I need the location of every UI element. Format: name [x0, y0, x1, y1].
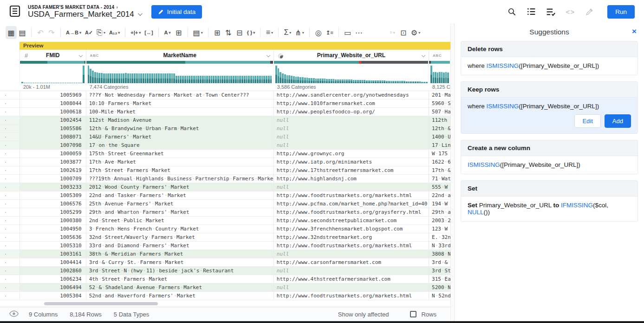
cell-marketname[interactable]: 33rd·and·Diamond·Farmers'·Market: [86, 242, 273, 250]
histogram-bar[interactable]: [239, 76, 241, 83]
cell-fmid[interactable]: 1000380: [20, 217, 86, 224]
histogram-bar[interactable]: [116, 73, 118, 83]
histogram-bar[interactable]: [268, 76, 270, 83]
comment-icon[interactable]: ▭: [342, 26, 353, 39]
histogram-bar[interactable]: [97, 73, 98, 83]
histogram-bar[interactable]: [311, 78, 312, 83]
table-row[interactable]: 1005969???Y·Not·Wednesday·Farmers·Market…: [0, 91, 450, 99]
histogram-bar[interactable]: [237, 76, 239, 83]
cell-street[interactable]: 201·Ma: [429, 91, 450, 99]
histogram-bar[interactable]: [114, 73, 116, 83]
replace-values-icon[interactable]: A→B▾: [64, 26, 83, 39]
cell-marketname[interactable]: 4th·Street·Farmers·Market: [86, 275, 273, 283]
split-column-icon[interactable]: +|+▾: [129, 26, 143, 39]
cell-marketname[interactable]: 25th·Avenue·Farmers'·Market: [86, 200, 273, 208]
histogram-bar[interactable]: [313, 78, 315, 83]
cell-marketname[interactable]: ???19th·Annual·Highlands·Business·Partne…: [86, 175, 273, 183]
table-row[interactable]: 10003802nd·Street·Public·Markethttp://ww…: [0, 217, 450, 225]
cell-marketname[interactable]: 29th·and·Wharton·Farmers'·Market: [86, 208, 273, 216]
cell-url[interactable]: http://www.sandlercenter.org/ynotwednesd…: [273, 91, 429, 99]
histogram-bar[interactable]: [357, 80, 359, 83]
cell-marketname[interactable]: 12th·&·Brandywine·Urban·Farm·Market: [86, 125, 273, 132]
histogram-col4[interactable]: [429, 64, 450, 83]
cell-street[interactable]: 3808·N: [429, 250, 450, 258]
table-row[interactable]: 100529929th·and·Wharton·Farmers'·Marketh…: [0, 208, 450, 217]
table-row[interactable]: 100316138th·&·Meridian·Farmers·Marketnul…: [0, 250, 450, 258]
cell-marketname[interactable]: 2nd·Street·Public·Market: [86, 217, 273, 224]
histogram-bar[interactable]: [308, 78, 310, 83]
histogram-bar[interactable]: [94, 72, 96, 83]
histogram-bar[interactable]: [169, 73, 171, 83]
cell-url[interactable]: http://www.carsonfarmersmarket.com: [273, 258, 429, 266]
histogram-bar[interactable]: [92, 71, 94, 83]
histogram-bar[interactable]: [353, 80, 355, 83]
histogram-bar[interactable]: [244, 76, 246, 83]
histogram-bar[interactable]: [443, 73, 445, 83]
cell-street[interactable]: 29th·a: [429, 208, 450, 216]
histogram-bar[interactable]: [348, 79, 350, 83]
histogram-bar[interactable]: [118, 73, 120, 83]
column-header-col4[interactable]: ABC: [429, 50, 450, 61]
cell-url[interactable]: http://www.foodtrustmarkets.org/markets.…: [273, 191, 429, 199]
histogram-bar[interactable]: [253, 76, 254, 83]
histogram-bar[interactable]: [130, 73, 131, 83]
cell-marketname[interactable]: 3·French·Hens·French·Country·Market: [86, 225, 273, 233]
histogram-bar[interactable]: [259, 76, 261, 83]
histogram-bar[interactable]: [342, 79, 344, 83]
format-icon[interactable]: A▾: [162, 26, 173, 39]
cell-url[interactable]: http://www.3frenchhensmarket.blogspot.co…: [273, 225, 429, 233]
histogram-bar[interactable]: [98, 73, 100, 83]
histogram-bar[interactable]: [200, 76, 202, 83]
histogram-bar[interactable]: [270, 76, 272, 83]
histogram-bar[interactable]: [90, 69, 91, 83]
histogram-bar[interactable]: [182, 76, 184, 83]
cell-street[interactable]: 71·Wat: [429, 175, 450, 183]
histogram-bar[interactable]: [197, 76, 199, 83]
histogram-bar[interactable]: [364, 80, 365, 83]
column-header-MarketName[interactable]: ABCMarketName: [86, 50, 273, 61]
cell-marketname[interactable]: 38th·&·Meridian·Farmers·Market: [86, 250, 273, 258]
filter-icon[interactable]: ≡▾: [264, 26, 275, 39]
table-row[interactable]: 100531033rd·and·Diamond·Farmers'·Marketh…: [0, 242, 450, 250]
table-row[interactable]: 10044143rd·&·Curry·St.·Farmers·Markethtt…: [0, 258, 450, 267]
undo-icon[interactable]: ↶: [35, 26, 46, 39]
close-icon[interactable]: ×: [632, 27, 637, 36]
suggestion-card-body[interactable]: where ISMISSING([Primary_Website_or_URL]…: [461, 98, 637, 133]
suggestion-card-body[interactable]: Set Primary_Website_or_URL to IFMISSING(…: [461, 197, 637, 221]
histogram-bar[interactable]: [295, 77, 297, 83]
histogram-bar[interactable]: [171, 73, 173, 83]
histogram-bar[interactable]: [355, 80, 357, 83]
cell-fmid[interactable]: 1002454: [20, 116, 86, 124]
histogram-bar[interactable]: [346, 79, 348, 83]
cell-street[interactable]: N·52nd: [429, 292, 450, 300]
table-row[interactable]: 100387717th·Ave·Markethttp://www.iatp.or…: [0, 158, 450, 166]
histogram-bar[interactable]: [302, 77, 304, 83]
table-row[interactable]: 1000059175th·Street·Greenmarkethttp;//ww…: [0, 150, 450, 158]
histogram-bar[interactable]: [101, 73, 103, 83]
histogram-bar[interactable]: [220, 76, 221, 83]
histogram-bar[interactable]: [328, 79, 330, 83]
union-icon[interactable]: ◎: [313, 26, 324, 39]
histogram-bar[interactable]: [178, 76, 180, 83]
cell-url[interactable]: http://www.foodtrustmarkets.org/graysfer…: [273, 208, 429, 216]
add-button[interactable]: Add: [605, 114, 631, 128]
histogram-bar[interactable]: [215, 76, 217, 83]
histogram-bar[interactable]: [167, 73, 169, 83]
append-icon[interactable]: ↥≡: [324, 26, 335, 39]
histogram-bar[interactable]: [163, 73, 164, 83]
histogram-bar[interactable]: [280, 72, 281, 83]
redo-icon[interactable]: ↷: [46, 26, 57, 39]
histogram-bar[interactable]: [145, 73, 147, 83]
move-columns-icon[interactable]: ⎘▾: [95, 26, 107, 39]
histogram-bar[interactable]: [437, 73, 439, 83]
histogram-bar[interactable]: [335, 79, 337, 83]
breadcrumb[interactable]: USDA FAMER'S MARKET DATA - 2014›: [28, 5, 141, 10]
cell-url[interactable]: null: [273, 125, 429, 132]
histogram-bar[interactable]: [304, 78, 306, 83]
histogram-bar[interactable]: [250, 76, 252, 83]
merge-rows-icon[interactable]: ▤▾: [191, 26, 205, 39]
histogram-bar[interactable]: [286, 75, 288, 83]
histogram-bar[interactable]: [326, 79, 328, 83]
histogram-bar[interactable]: [228, 76, 230, 83]
histogram-bar[interactable]: [359, 80, 361, 83]
